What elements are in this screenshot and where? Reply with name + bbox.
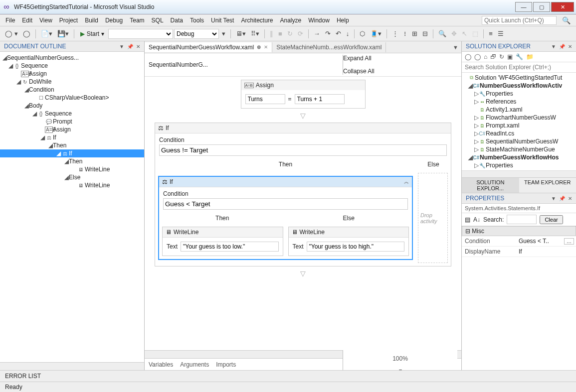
se-fwd-icon[interactable]: ◯ bbox=[474, 53, 481, 60]
outdent-button[interactable]: ☰ bbox=[496, 29, 506, 38]
outline-dropdown-icon[interactable]: ▼ bbox=[119, 44, 124, 49]
outline-body[interactable]: ◢Body bbox=[0, 102, 144, 110]
prop-condition-ellipsis-button[interactable]: … bbox=[564, 238, 574, 245]
tab-close-icon[interactable]: ✕ bbox=[264, 44, 268, 50]
menu-edit[interactable]: Edit bbox=[18, 16, 36, 25]
tab-solution-explorer[interactable]: SOLUTION EXPLOR... bbox=[462, 178, 519, 193]
assign-value-input[interactable] bbox=[295, 94, 345, 104]
outline-assign1[interactable]: A=BAssign bbox=[0, 70, 144, 78]
nav-forward-button[interactable]: ◯ bbox=[21, 29, 32, 38]
if-inner-activity-selected[interactable]: ⚖If︽ Condition Then Else 🖥 bbox=[158, 176, 413, 260]
extension-button[interactable]: ⠿▾ bbox=[249, 29, 261, 38]
if-outer-activity[interactable]: ⚖If Condition Then Else ⚖If︽ Con bbox=[155, 123, 451, 266]
imports-tab[interactable]: Imports bbox=[216, 361, 236, 368]
menu-build[interactable]: Build bbox=[81, 16, 102, 25]
se-showall-icon[interactable]: 📁 bbox=[526, 53, 534, 60]
threads-button[interactable]: 🧵▾ bbox=[368, 29, 384, 38]
quick-launch-input[interactable] bbox=[482, 16, 557, 25]
variables-tab[interactable]: Variables bbox=[149, 361, 173, 368]
pan-button[interactable]: ✥ bbox=[449, 29, 459, 38]
outline-dowhile[interactable]: ◢↻DoWhile bbox=[0, 78, 144, 86]
config-select[interactable]: Debug bbox=[174, 29, 219, 39]
props-az-icon[interactable]: A↓ bbox=[473, 216, 480, 223]
stepinto-button[interactable]: → bbox=[312, 29, 322, 38]
se-collapse-icon[interactable]: ▣ bbox=[507, 53, 513, 60]
tab-sequential[interactable]: SequentialNumberGuessWorkflow.xaml⊕✕ bbox=[145, 42, 272, 52]
se-readint[interactable]: ▷C#ReadInt.cs bbox=[462, 130, 576, 137]
menu-debug[interactable]: Debug bbox=[102, 16, 126, 25]
se-sequential[interactable]: ▷🗎SequentialNumberGuessW bbox=[462, 137, 576, 145]
props-dropdown-icon[interactable]: ▼ bbox=[551, 196, 556, 201]
stepover-button[interactable]: ↷ bbox=[323, 29, 333, 38]
save-button[interactable]: 💾▾ bbox=[55, 29, 71, 38]
breadcrumb[interactable]: SequentialNumberG... bbox=[149, 61, 208, 68]
stepout-button[interactable]: ↶ bbox=[334, 29, 343, 38]
menu-architecture[interactable]: Architecture bbox=[237, 16, 276, 25]
se-home-icon[interactable]: ⌂ bbox=[484, 53, 487, 60]
menu-analyze[interactable]: Analyze bbox=[276, 16, 305, 25]
se-search-input[interactable] bbox=[462, 62, 576, 72]
start-button[interactable]: ▶Start▾ bbox=[77, 29, 107, 38]
se-properties2[interactable]: ▷🔧Properties bbox=[462, 161, 576, 169]
outline-root[interactable]: ◢SequentialNumberGuess... bbox=[0, 54, 144, 62]
prop-condition-value[interactable]: Guess < T.. bbox=[519, 238, 549, 245]
outline-condition[interactable]: ◢Condition bbox=[0, 86, 144, 94]
solution-tree[interactable]: ⧉Solution 'WF45GettingStartedTut ◢C#Numb… bbox=[462, 73, 576, 170]
outline-tree[interactable]: ◢SequentialNumberGuess... ◢{}Sequence A=… bbox=[0, 52, 144, 362]
restart-button[interactable]: ↻ bbox=[285, 29, 295, 38]
bookmark-button[interactable]: ⊞ bbox=[410, 29, 419, 38]
se-prompt[interactable]: ▷🗎Prompt.xaml bbox=[462, 122, 576, 130]
writeline-high-text-input[interactable] bbox=[307, 242, 404, 252]
uncomment-button[interactable]: ⫶ bbox=[401, 29, 409, 38]
next-bookmark-button[interactable]: ⊟ bbox=[420, 29, 430, 38]
assign-activity[interactable]: A=BAssign = bbox=[241, 80, 366, 109]
maximize-button[interactable]: ▢ bbox=[533, 2, 550, 12]
se-statemachine[interactable]: ▷🗎StateMachineNumberGue bbox=[462, 145, 576, 153]
if-outer-condition-input[interactable] bbox=[159, 144, 447, 156]
outline-then2[interactable]: ◢Then bbox=[0, 157, 144, 165]
writeline-low-text-input[interactable] bbox=[181, 242, 278, 252]
tab-dropdown-icon[interactable]: ▼ bbox=[453, 44, 458, 50]
indent-button[interactable]: ≡ bbox=[487, 29, 495, 38]
expand-all-button[interactable]: Expand All bbox=[343, 55, 457, 62]
tab-statemachine[interactable]: StateMachineNumb...essWorkflow.xaml bbox=[272, 42, 386, 52]
props-search-input[interactable] bbox=[507, 215, 537, 224]
outline-then1[interactable]: ◢Then bbox=[0, 141, 144, 149]
se-close-icon[interactable]: ✕ bbox=[568, 44, 572, 49]
writeline-high-activity[interactable]: 🖥WriteLine Text bbox=[288, 227, 409, 256]
outline-else2[interactable]: ◢Else bbox=[0, 173, 144, 181]
outline-if1[interactable]: ◢⚖If bbox=[0, 133, 144, 141]
menu-data[interactable]: Data bbox=[167, 16, 187, 25]
outline-scrollbar[interactable] bbox=[0, 362, 144, 370]
se-pin-icon[interactable]: 📌 bbox=[559, 44, 565, 49]
outline-pin-icon[interactable]: 📌 bbox=[127, 44, 133, 49]
writeline-low-activity[interactable]: 🖥WriteLine Text bbox=[162, 227, 283, 256]
new-project-button[interactable]: 📄▾ bbox=[39, 29, 54, 38]
se-project1[interactable]: ◢C#NumberGuessWorkflowActiv bbox=[462, 82, 576, 90]
outline-writeline2[interactable]: 🖥WriteLine bbox=[0, 181, 144, 189]
prop-displayname-value[interactable]: If bbox=[519, 248, 522, 255]
pointer-button[interactable]: ⬚ bbox=[470, 29, 480, 38]
menu-window[interactable]: Window bbox=[305, 16, 333, 25]
cursor-button[interactable]: ↓ bbox=[344, 29, 352, 38]
if-inner-condition-input[interactable] bbox=[163, 198, 408, 210]
menu-unittest[interactable]: Unit Test bbox=[207, 16, 237, 25]
assign-to-input[interactable] bbox=[245, 94, 285, 104]
props-category-misc[interactable]: ⊟ Misc bbox=[462, 226, 576, 236]
menu-project[interactable]: Project bbox=[56, 16, 81, 25]
arguments-tab[interactable]: Arguments bbox=[180, 361, 209, 368]
menu-tools[interactable]: Tools bbox=[187, 16, 207, 25]
se-flowchart[interactable]: ▷🗎FlowchartNumberGuessW bbox=[462, 114, 576, 122]
error-list-tab[interactable]: ERROR LIST bbox=[0, 370, 576, 382]
close-button[interactable]: ✕ bbox=[551, 2, 574, 12]
nav-back-button[interactable]: ◯ ▾ bbox=[3, 29, 20, 38]
outline-sequence[interactable]: ◢{}Sequence bbox=[0, 62, 144, 70]
refresh-button[interactable]: ⟳ bbox=[296, 29, 305, 38]
pause-button[interactable]: ‖ bbox=[268, 29, 275, 38]
outline-if2-selected[interactable]: ◢⚖If bbox=[0, 149, 144, 157]
workflow-designer[interactable]: A=BAssign = ▽ ⚖If Condition Then Else bbox=[145, 77, 461, 350]
props-clear-button[interactable]: Clear bbox=[540, 215, 563, 224]
se-dropdown-icon[interactable]: ▼ bbox=[551, 44, 556, 49]
select-button[interactable]: ↖ bbox=[460, 29, 469, 38]
find-button[interactable]: 🔍 bbox=[436, 29, 448, 38]
